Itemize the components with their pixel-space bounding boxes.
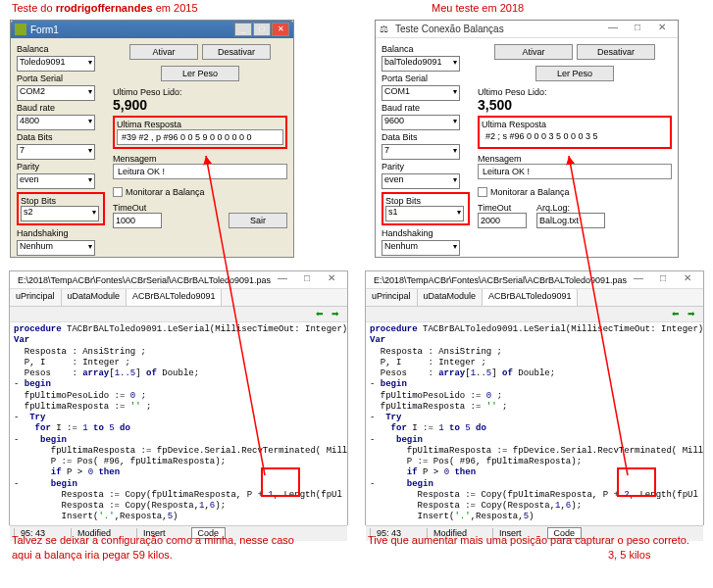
label-parity: Parity	[382, 162, 470, 172]
input-timeout[interactable]	[478, 213, 527, 228]
maximize-button[interactable]: □	[651, 272, 675, 288]
minimize-button[interactable]: —	[601, 22, 625, 37]
form2-window: ⚖ Teste Conexão Balanças — □ ✕ Balanca b…	[375, 20, 679, 258]
checkbox-monitorar-row[interactable]: Monitorar a Balança	[113, 187, 287, 197]
select-parity[interactable]: even	[382, 173, 460, 189]
label-ultimopeso: Ultimo Peso Lido:	[113, 87, 287, 97]
button-lerpeso[interactable]: Ler Peso	[535, 66, 614, 81]
label-stopbits: Stop Bits	[385, 196, 466, 206]
label-databits: Data Bits	[17, 132, 105, 142]
label-mensagem: Mensagem	[113, 154, 287, 164]
label-handshaking: Handshaking	[382, 228, 470, 238]
select-porta[interactable]: COM1	[382, 85, 460, 101]
minimize-button[interactable]: _	[234, 23, 252, 36]
close-button[interactable]: ✕	[650, 22, 674, 37]
button-desativar[interactable]: Desativar	[577, 44, 655, 60]
input-timeout[interactable]	[113, 213, 162, 228]
select-handshaking[interactable]: Nenhum	[382, 240, 460, 256]
select-parity[interactable]: even	[17, 173, 95, 189]
form1-titlebar[interactable]: Form1 _ □ ✕	[11, 21, 293, 38]
code-filepath: E:\2018\TempACBr\Fontes\ACBrSerial\ACBrB…	[374, 275, 627, 285]
button-desativar[interactable]: Desativar	[202, 44, 271, 60]
select-porta[interactable]: COM2	[17, 85, 95, 101]
code-body[interactable]: procedure TACBrBALToledo9091.LeSerial(Mi…	[10, 322, 347, 525]
label-arqlog: Arq.Log:	[536, 203, 605, 213]
select-stopbits[interactable]: s1	[385, 206, 464, 221]
label-ultimopeso: Ultimo Peso Lido:	[478, 87, 672, 97]
code-body[interactable]: procedure TACBrBALToledo9091.LeSerial(Mi…	[366, 322, 703, 525]
close-button[interactable]: ✕	[272, 23, 289, 36]
tab-datamodule[interactable]: uDataModule	[418, 289, 484, 306]
tab-principal[interactable]: uPrincipal	[10, 289, 62, 306]
button-lerpeso[interactable]: Ler Peso	[161, 66, 239, 81]
close-button[interactable]: ✕	[320, 272, 343, 288]
select-databits[interactable]: 7	[382, 144, 460, 160]
button-ativar[interactable]: Ativar	[129, 44, 198, 60]
value-peso: 3,500	[478, 97, 672, 113]
label-timeout: TimeOut	[113, 203, 162, 213]
label-baud: Baud rate	[17, 103, 105, 113]
code-toolbar: ⬅ ➡	[366, 307, 703, 322]
select-baud[interactable]: 4800	[17, 115, 95, 130]
label-stopbits: Stop Bits	[21, 196, 101, 206]
form2-title: Teste Conexão Balanças	[395, 24, 504, 34]
maximize-button[interactable]: □	[626, 22, 649, 37]
value-mensagem: Leitura OK !	[113, 164, 287, 179]
input-arqlog[interactable]	[536, 213, 605, 228]
label-porta: Porta Serial	[17, 74, 105, 83]
button-sair[interactable]: Sair	[229, 213, 287, 228]
maximize-button[interactable]: □	[253, 23, 271, 36]
minimize-button[interactable]: —	[271, 272, 294, 288]
caption-bottom-right-2: 3, 5 kilos	[608, 549, 650, 561]
code-titlebar[interactable]: E:\2018\TempACBr\Fontes\ACBrSerial\ACBrB…	[366, 271, 703, 289]
tab-active[interactable]: ACBrBALToledo9091	[127, 289, 222, 306]
close-button[interactable]: ✕	[676, 272, 699, 288]
nav-back-icon[interactable]: ⬅	[316, 309, 328, 320]
form2-titlebar[interactable]: ⚖ Teste Conexão Balanças — □ ✕	[376, 21, 678, 38]
code-editor-right: E:\2018\TempACBr\Fontes\ACBrSerial\ACBrB…	[365, 270, 704, 525]
label-databits: Data Bits	[382, 132, 470, 142]
label-porta: Porta Serial	[382, 74, 470, 83]
nav-back-icon[interactable]: ⬅	[672, 309, 684, 320]
form1-title: Form1	[30, 24, 59, 35]
select-databits[interactable]: 7	[17, 144, 95, 160]
label-timeout: TimeOut	[478, 203, 527, 213]
caption-author: rrodrigoffernandes	[56, 2, 153, 14]
code-filepath: E:\2018\TempACBr\Fontes\ACBrSerial\ACBrB…	[18, 275, 271, 285]
select-baud[interactable]: 9600	[382, 115, 460, 130]
tab-active[interactable]: ACBrBALToledo9091	[483, 289, 578, 306]
label-baud: Baud rate	[382, 103, 470, 113]
code-editor-left: E:\2018\TempACBr\Fontes\ACBrSerial\ACBrB…	[9, 270, 348, 525]
select-balanca[interactable]: Toledo9091	[17, 56, 95, 72]
nav-fwd-icon[interactable]: ➡	[331, 309, 343, 320]
code-titlebar[interactable]: E:\2018\TempACBr\Fontes\ACBrSerial\ACBrB…	[10, 271, 347, 289]
tab-principal[interactable]: uPrincipal	[366, 289, 418, 306]
value-resposta: #39 #2 , p #96 0 0 5 9 0 0 0 0 0 0	[117, 129, 283, 145]
maximize-button[interactable]: □	[295, 272, 319, 288]
tab-datamodule[interactable]: uDataModule	[62, 289, 127, 306]
label-handshaking: Handshaking	[17, 228, 105, 238]
redbox-resposta: Ultima Resposta #2 ; s #96 0 0 0 3 5 0 0…	[478, 116, 672, 149]
label-monitorar: Monitorar a Balança	[490, 187, 570, 197]
button-ativar[interactable]: Ativar	[494, 44, 573, 60]
redbox-stopbits: Stop Bits s2	[17, 192, 105, 225]
minimize-button[interactable]: —	[627, 272, 650, 288]
value-peso: 5,900	[113, 97, 287, 113]
caption-bottom-right-1: Tive que aumentar mais uma posição para …	[368, 534, 689, 546]
scale-icon: ⚖	[380, 24, 391, 35]
select-balanca[interactable]: balToledo9091	[382, 56, 460, 72]
checkbox-monitorar-row[interactable]: Monitorar a Balança	[478, 187, 672, 197]
caption-bottom-left-1: Talvez se deixar a configuração como a m…	[12, 534, 294, 546]
redbox-stopbits: Stop Bits s1	[382, 192, 470, 225]
checkbox-monitorar[interactable]	[478, 187, 487, 197]
checkbox-monitorar[interactable]	[113, 187, 123, 197]
label-parity: Parity	[17, 162, 105, 172]
select-stopbits[interactable]: s2	[21, 206, 99, 221]
caption-test-left-1: Teste do	[12, 2, 56, 14]
label-mensagem: Mensagem	[478, 154, 672, 164]
nav-fwd-icon[interactable]: ➡	[688, 309, 699, 320]
code-toolbar: ⬅ ➡	[10, 307, 347, 322]
value-resposta: #2 ; s #96 0 0 0 3 5 0 0 0 3 5	[482, 129, 668, 145]
label-ultimaresposta: Ultima Resposta	[117, 120, 283, 129]
select-handshaking[interactable]: Nenhum	[17, 240, 95, 256]
